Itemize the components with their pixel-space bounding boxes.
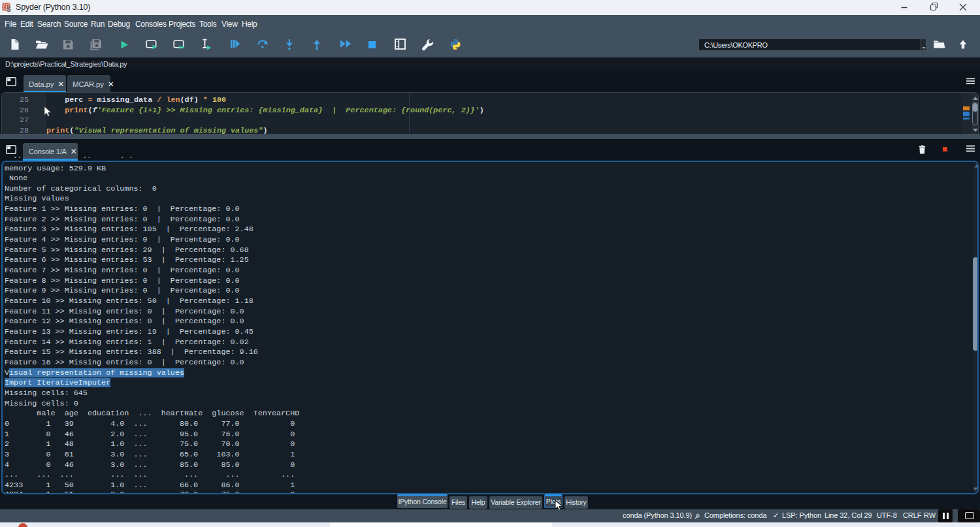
svg-text:S: S: [7, 6, 11, 13]
